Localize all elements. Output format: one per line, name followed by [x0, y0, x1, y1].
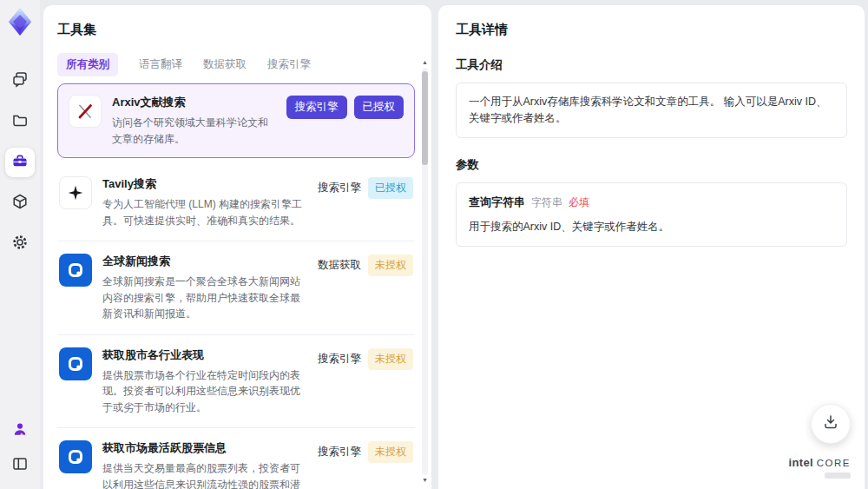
- tool-info: 获取市场最活跃股票信息 提供当天交易量最高的股票列表，投资者可以利用这些信息来识…: [102, 440, 307, 489]
- collapse-sidebar-button[interactable]: [5, 451, 35, 480]
- tool-info: 获取股市各行业表现 提供股票市场各个行业在特定时间段内的表现。投资者可以利用这些…: [102, 347, 307, 416]
- param-required-flag: 必填: [569, 195, 589, 211]
- chat-icon: [11, 70, 29, 91]
- sidebar-item-chat[interactable]: [5, 66, 35, 96]
- param-name: 查询字符串: [469, 194, 525, 210]
- tab-data-acquisition[interactable]: 数据获取: [203, 57, 247, 72]
- tool-description: 专为人工智能代理 (LLM) 构建的搜索引擎工具。可快速提供实时、准确和真实的结…: [102, 196, 307, 228]
- tool-row-most-active-stocks[interactable]: 获取市场最活跃股票信息 提供当天交易量最高的股票列表，投资者可以利用这些信息来识…: [57, 427, 415, 489]
- cube-icon: [11, 193, 29, 214]
- scrollbar-thumb[interactable]: [422, 71, 428, 165]
- tool-badges: 数据获取 未授权: [318, 254, 413, 322]
- tool-info: 全球新闻搜索 全球新闻搜索是一个聚合全球各大新闻网站内容的搜索引擎，帮助用户快速…: [102, 254, 307, 322]
- tool-name: Arxiv文献搜索: [112, 95, 276, 110]
- toolset-title: 工具集: [57, 22, 418, 38]
- tool-name: Tavily搜索: [102, 176, 307, 192]
- param-card: 查询字符串 字符串 必填 用于搜索的Arxiv ID、关键字或作者姓名。: [456, 182, 847, 247]
- auth-status-badge: 未授权: [368, 348, 413, 370]
- list-scrollbar[interactable]: ▲ ▼: [421, 59, 429, 484]
- intro-text: 一个用于从Arxiv存储库搜索科学论文和文章的工具。 输入可以是Arxiv ID…: [469, 96, 827, 124]
- core-wordmark: CORE: [817, 458, 851, 468]
- tool-badges: 搜索引擎 已授权: [318, 176, 413, 228]
- param-header: 查询字符串 字符串 必填: [469, 194, 834, 211]
- tool-description: 访问各个研究领域大量科学论文和文章的存储库。: [112, 115, 276, 147]
- scroll-up-arrow[interactable]: ▲: [421, 59, 429, 66]
- tool-badges: 搜索引擎 未授权: [318, 440, 413, 489]
- tab-all-categories[interactable]: 所有类别: [57, 53, 118, 76]
- sparkle-logo-icon: [59, 176, 92, 209]
- tool-name: 全球新闻搜索: [102, 254, 307, 269]
- details-title: 工具详情: [456, 22, 847, 38]
- category-badge: 搜索引擎: [318, 348, 361, 370]
- download-button[interactable]: [811, 404, 851, 444]
- auth-status-badge: 已授权: [354, 96, 404, 119]
- sidebar-item-settings[interactable]: [5, 229, 35, 259]
- news-blue-logo-icon: [59, 347, 92, 380]
- news-blue-logo-icon: [59, 440, 92, 473]
- auth-status-badge: 已授权: [368, 177, 413, 199]
- app-window: 工具集 所有类别 语言翻译 数据获取 搜索引擎 Arxiv文献搜索 访问各个研究…: [0, 0, 868, 489]
- tool-row-arxiv[interactable]: Arxiv文献搜索 访问各个研究领域大量科学论文和文章的存储库。 搜索引擎 已授…: [57, 83, 415, 158]
- user-icon: [11, 420, 29, 441]
- tool-description: 提供股票市场各个行业在特定时间段内的表现。投资者可以利用这些信息来识别表现优于或…: [102, 367, 307, 416]
- tool-name: 获取市场最活跃股票信息: [102, 440, 307, 456]
- sidebar-nav: [5, 66, 35, 259]
- param-description: 用于搜索的Arxiv ID、关键字或作者姓名。: [469, 219, 834, 235]
- param-type: 字符串: [531, 195, 562, 211]
- intro-heading: 工具介绍: [456, 57, 847, 73]
- download-icon: [822, 413, 839, 434]
- category-badge: 搜索引擎: [318, 441, 361, 463]
- sidebar-item-models[interactable]: [5, 188, 35, 218]
- category-badge: 搜索引擎: [286, 96, 347, 119]
- tool-list: Arxiv文献搜索 访问各个研究领域大量科学论文和文章的存储库。 搜索引擎 已授…: [57, 83, 415, 489]
- tab-search-engine[interactable]: 搜索引擎: [267, 57, 311, 72]
- tool-info: Arxiv文献搜索 访问各个研究领域大量科学论文和文章的存储库。: [112, 95, 276, 147]
- tool-description: 提供当天交易量最高的股票列表，投资者可以利用这些信息来识别流动性强的股票和潜在的…: [102, 460, 307, 489]
- tool-row-sector-performance[interactable]: 获取股市各行业表现 提供股票市场各个行业在特定时间段内的表现。投资者可以利用这些…: [57, 334, 415, 428]
- tool-details-panel: 工具详情 工具介绍 一个用于从Arxiv存储库搜索科学论文和文章的工具。 输入可…: [438, 5, 865, 489]
- tool-badges: 搜索引擎 已授权: [286, 95, 404, 147]
- category-tabs: 所有类别 语言翻译 数据获取 搜索引擎: [57, 53, 418, 76]
- tab-language-translation[interactable]: 语言翻译: [139, 57, 182, 72]
- tool-name: 获取股市各行业表现: [102, 347, 307, 363]
- news-blue-logo-icon: [59, 254, 92, 287]
- gear-icon: [11, 234, 29, 254]
- intro-card: 一个用于从Arxiv存储库搜索科学论文和文章的工具。 输入可以是Arxiv ID…: [456, 83, 847, 138]
- profile-avatar[interactable]: [5, 416, 35, 446]
- auth-status-badge: 未授权: [368, 254, 413, 276]
- category-badge: 数据获取: [318, 254, 361, 276]
- sidebar: [0, 0, 40, 489]
- tool-info: Tavily搜索 专为人工智能代理 (LLM) 构建的搜索引擎工具。可快速提供实…: [102, 176, 307, 228]
- tool-description: 全球新闻搜索是一个聚合全球各大新闻网站内容的搜索引擎，帮助用户快速获取全球最新资…: [102, 274, 307, 322]
- tool-row-tavily[interactable]: Tavily搜索 专为人工智能代理 (LLM) 构建的搜索引擎工具。可快速提供实…: [57, 164, 415, 241]
- panel-toggle-icon: [11, 455, 29, 476]
- toolset-panel: 工具集 所有类别 语言翻译 数据获取 搜索引擎 Arxiv文献搜索 访问各个研究…: [43, 5, 431, 489]
- tool-row-global-news[interactable]: 全球新闻搜索 全球新闻搜索是一个聚合全球各大新闻网站内容的搜索引擎，帮助用户快速…: [57, 241, 415, 334]
- toolbox-icon: [11, 152, 29, 173]
- scroll-down-arrow[interactable]: ▼: [421, 477, 429, 484]
- auth-status-badge: 未授权: [368, 441, 413, 463]
- sidebar-item-files[interactable]: [5, 107, 35, 136]
- intel-wordmark: intel: [789, 456, 813, 469]
- app-logo: [7, 7, 33, 36]
- sidebar-item-toolset[interactable]: [5, 148, 35, 177]
- category-badge: 搜索引擎: [318, 177, 361, 199]
- tool-badges: 搜索引擎 未授权: [318, 347, 413, 416]
- intel-core-logo: intel CORE: [789, 454, 851, 479]
- arxiv-logo-icon: [69, 95, 102, 128]
- folder-icon: [11, 111, 29, 132]
- params-heading: 参数: [456, 157, 847, 173]
- brand-bar: [825, 472, 851, 479]
- sidebar-bottom: [5, 416, 35, 480]
